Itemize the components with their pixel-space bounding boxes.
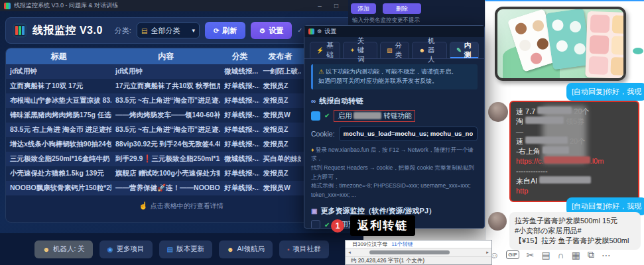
tab-keywords[interactable]: ✦ 关键词 <box>343 42 377 58</box>
cell-publisher: 发报员Z <box>259 96 302 105</box>
gear-icon: ⚙ <box>317 28 322 34</box>
link-post: .l0m <box>590 157 604 165</box>
checkbox-enable-convert[interactable] <box>311 111 320 121</box>
screenshot-stage: 线报监控系统 V3.0 - 问题库 & 对话训练 – □ × 线报监控 V3.0… <box>0 0 644 265</box>
msg-line: 速 <box>516 137 523 145</box>
avatar[interactable] <box>488 212 507 231</box>
tab-beta-label: 内测 <box>464 41 472 60</box>
cell-publisher: 发报员Z <box>259 81 302 91</box>
screen-share-icon[interactable]: ⧉ <box>588 249 594 260</box>
horizontal-scrollbar[interactable]: ◂ ▸ <box>346 248 491 257</box>
community-button[interactable]: ▪ 项目社群 <box>279 240 329 258</box>
warning-line1: 以下功能为内测功能，可能不稳定，请谨慎开启。 <box>326 68 457 75</box>
folder-icon: ▨ <box>387 47 393 54</box>
cell-category: 微城线报-... <box>220 154 259 164</box>
cell-title: jd试用钟 <box>6 67 111 76</box>
tab-categories[interactable]: ▨ 分类 <box>380 42 409 58</box>
cell-publisher: 发报员W <box>259 184 302 193</box>
tab-beta[interactable]: ✎ 内测 <box>450 42 479 58</box>
tab-basic-label: 基础 <box>326 41 334 60</box>
more-projects-button[interactable]: ◉ 更多项目 <box>99 240 153 258</box>
annotation-label: 返利转链 <box>350 215 415 236</box>
cell-content: jd试用钟 <box>111 67 220 76</box>
image-icon[interactable]: ▦ <box>572 250 580 260</box>
cookie-label: Cookie: <box>311 130 335 138</box>
cell-publisher: 发报员Z <box>259 125 302 134</box>
scroll-right-icon[interactable]: ▸ <box>483 250 491 255</box>
version-update-label: 版本更新 <box>176 244 204 254</box>
scroll-left-icon[interactable]: ◂ <box>346 250 354 255</box>
delete-button[interactable]: 删除 <box>383 3 421 14</box>
tab-categories-label: 分类 <box>395 41 403 60</box>
check-icon: ✔ <box>324 112 330 119</box>
scrollbar-track[interactable] <box>354 250 483 255</box>
globe-icon: ◉ <box>107 246 113 253</box>
pointer-icon: ☝ <box>139 201 148 209</box>
explorer-selection-text[interactable]: 11个转链 <box>391 240 413 248</box>
file-explorer-fragment: 日309位汉字母 11个转链 ◂ ▸ 约 20,428,426 字节(1 个文件… <box>345 240 492 265</box>
window-title: 线报监控系统 V3.0 - 问题库 & 对话训练 <box>14 1 310 10</box>
add-button[interactable]: 添加 <box>351 3 376 14</box>
cell-category: 好单线报-... <box>220 96 259 105</box>
settings-button[interactable]: ⚙ 设置 <box>251 22 292 39</box>
cell-category: 微城线报... <box>220 67 259 76</box>
tutorial-annotation: 1 返利转链 <box>331 215 415 236</box>
refresh-button[interactable]: ⟳ 刷新 <box>205 22 245 39</box>
msg-dashes: ------------- <box>516 166 633 176</box>
cell-title: NOOBO飘康软骨素钙片150粒*2瓶3... <box>6 184 111 193</box>
community-icon: ▪ <box>287 246 290 253</box>
cell-title: 增达x线条小狗棒韧软抽90抽24包 ... <box>6 140 111 149</box>
sticker-pack-image[interactable] <box>495 7 626 81</box>
app-logo-icon <box>13 23 27 38</box>
avatar[interactable] <box>488 102 508 122</box>
explorer-status-bar: 约 20,428,426 字节(1 个文件) <box>346 257 491 265</box>
category-label: 分类: <box>115 26 131 36</box>
message-link[interactable]: https://c..l0m <box>516 156 633 166</box>
tab-basic[interactable]: ⚡ 基础 <box>310 42 340 58</box>
category-select[interactable]: ▤ 全部分类 ▾ <box>137 23 200 38</box>
outgoing-auto-reply-bubble: [自动回复]你好，我现 <box>566 83 644 101</box>
product-line2: #小卖部の家居用品# <box>515 226 635 236</box>
maximize-button[interactable]: □ <box>330 2 343 9</box>
more-projects-label: 更多项目 <box>117 244 145 254</box>
censored-blur <box>543 106 586 163</box>
cookie-input[interactable] <box>339 127 478 141</box>
robot-icon: ☻ <box>42 246 50 253</box>
cell-content: 17元立而爽船袜了共10双 秋季恒后石... <box>111 81 220 91</box>
fragment-hint-text: 输入分类名监控变更不提示 <box>352 17 420 25</box>
tip-line2: 找到 Request Headers → cookie，把整段 cookie 完… <box>311 164 478 182</box>
app-logo-icon <box>4 3 11 9</box>
ai-bureau-button[interactable]: ☻ AI领航局 <box>219 240 273 258</box>
cell-content: ——营养保健🚀连！——NOOBO ... <box>111 184 220 193</box>
pen-icon: ✎ <box>456 47 462 54</box>
cell-category: 好单线报-... <box>220 81 259 91</box>
msg-line: 淘 <box>516 117 523 125</box>
screenshot-icon[interactable]: ✂ <box>527 250 535 260</box>
cell-category: 好单线报-... <box>220 125 259 134</box>
check-icon: ✔ <box>324 221 330 229</box>
checkbox-enable-more-monitor[interactable] <box>311 220 320 229</box>
cell-title: 三元极致全脂250ml*16盒纯牛奶 29.... <box>6 154 111 164</box>
robot-toggle-button[interactable]: ☻ 机器人: 关 <box>34 240 92 258</box>
cell-title: 83.5元 右上角进 淘金币 进足迹拍 有... <box>6 125 111 134</box>
annotation-number-badge: 1 <box>331 219 344 233</box>
cell-publisher: 一剑陌上破... <box>259 67 302 76</box>
more-icon[interactable]: ⋯ <box>602 250 611 260</box>
section-link-convert-label: 线报自动转链 <box>319 96 363 106</box>
msg-line: 速 7.7 <box>516 107 535 115</box>
scrollbar-thumb[interactable] <box>369 250 450 254</box>
headset-icon[interactable]: ∩ <box>558 250 564 260</box>
key-icon: ✦ <box>350 47 355 54</box>
ai-bureau-label: AI领航局 <box>237 244 265 254</box>
file-icon[interactable]: ▤ <box>541 250 550 260</box>
dialog-body: ⚠以下功能为内测功能，可能不稳定，请谨慎开启。 如遇问题可关闭对应功能并联系开发… <box>304 59 484 237</box>
gif-icon[interactable]: GIF <box>506 250 519 259</box>
incoming-product-message: 拉芳鱼子酱膏护发膜500ml 15元 #小卖部の家居用品# 【¥15】拉芳 鱼子… <box>509 212 641 250</box>
tab-robot[interactable]: ☻ 机器人 <box>412 42 447 58</box>
minimize-button[interactable]: – <box>313 2 326 9</box>
cell-title: 布根坳山宁参冰垫大豆置凉拔 83.5元 <box>6 96 111 105</box>
dialog-tabs: ⚡ 基础 ✦ 关键词 ▨ 分类 ☻ 机器人 ✎ 内测 <box>304 37 484 59</box>
version-update-button[interactable]: ▤ 版本更新 <box>159 240 212 258</box>
column-header-publisher: 发布者 <box>259 51 302 62</box>
lightning-icon: ⚡ <box>316 47 324 54</box>
